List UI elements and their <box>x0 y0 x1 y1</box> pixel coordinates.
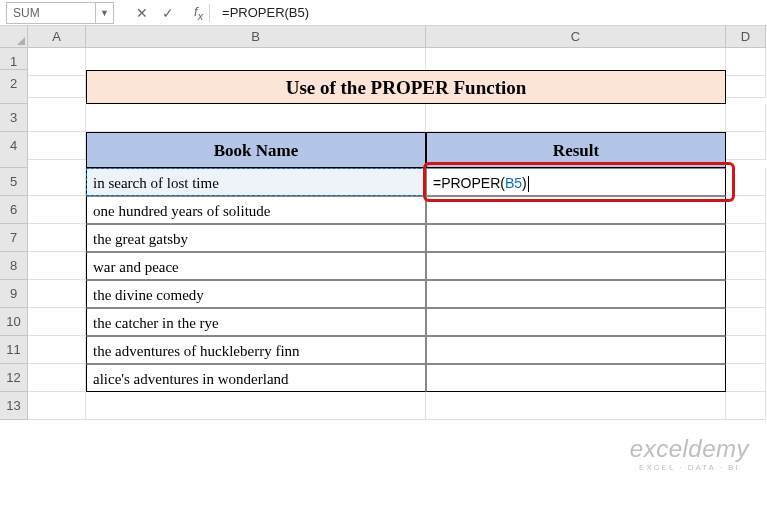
cell[interactable] <box>426 104 726 132</box>
col-header-C[interactable]: C <box>426 26 726 48</box>
cell[interactable] <box>28 308 86 336</box>
watermark: exceldemy EXCEL · DATA · BI <box>630 435 749 472</box>
row-header[interactable]: 5 <box>0 168 28 196</box>
select-all-corner[interactable] <box>0 26 28 48</box>
cell[interactable] <box>726 364 766 392</box>
cell[interactable] <box>726 132 766 160</box>
cell[interactable] <box>726 336 766 364</box>
row-header[interactable]: 1 <box>0 48 28 70</box>
row-header[interactable]: 7 <box>0 224 28 252</box>
cell[interactable] <box>426 196 726 224</box>
row-header[interactable]: 4 <box>0 132 28 168</box>
cell[interactable] <box>28 364 86 392</box>
cell[interactable] <box>28 280 86 308</box>
cell[interactable] <box>28 104 86 132</box>
cell-B5[interactable]: in search of lost time <box>86 168 426 196</box>
cell[interactable] <box>426 364 726 392</box>
cell[interactable] <box>426 280 726 308</box>
cell[interactable] <box>28 168 86 196</box>
cell[interactable] <box>86 392 426 420</box>
name-box-dropdown[interactable]: ▼ <box>96 2 114 24</box>
cell[interactable] <box>726 168 766 196</box>
column-headers-row: A B C D <box>0 26 767 48</box>
cell[interactable] <box>726 104 766 132</box>
row-header[interactable]: 12 <box>0 364 28 392</box>
cell[interactable] <box>28 70 86 98</box>
cell-B6[interactable]: one hundred years of solitude <box>86 196 426 224</box>
row-header[interactable]: 8 <box>0 252 28 280</box>
row-header[interactable]: 11 <box>0 336 28 364</box>
cell-B8[interactable]: war and peace <box>86 252 426 280</box>
cell[interactable] <box>726 196 766 224</box>
cell[interactable] <box>28 132 86 160</box>
row-header[interactable]: 2 <box>0 70 28 104</box>
cell[interactable] <box>426 392 726 420</box>
cell[interactable] <box>28 252 86 280</box>
cell[interactable] <box>426 308 726 336</box>
name-box[interactable]: SUM <box>6 2 96 24</box>
cell[interactable] <box>426 224 726 252</box>
cells-area[interactable]: Use of the PROPER Function Book Name Res… <box>28 48 767 420</box>
row-header[interactable]: 10 <box>0 308 28 336</box>
cell[interactable] <box>726 392 766 420</box>
col-header-D[interactable]: D <box>726 26 766 48</box>
cell[interactable] <box>426 336 726 364</box>
cell[interactable] <box>726 252 766 280</box>
cell[interactable] <box>28 224 86 252</box>
formula-input[interactable]: =PROPER(B5) <box>216 5 767 20</box>
formula-bar: SUM ▼ ✕ ✓ fx =PROPER(B5) <box>0 0 767 26</box>
cancel-icon[interactable]: ✕ <box>134 5 150 21</box>
cell[interactable] <box>28 336 86 364</box>
row-header[interactable]: 3 <box>0 104 28 132</box>
title-cell[interactable]: Use of the PROPER Function <box>86 70 726 104</box>
row-header[interactable]: 9 <box>0 280 28 308</box>
cell[interactable] <box>726 70 766 98</box>
cell-B12[interactable]: alice's adventures in wonderland <box>86 364 426 392</box>
row-headers: 1 2 3 4 5 6 7 8 9 10 11 12 13 <box>0 48 28 420</box>
cell-C5-editing[interactable]: =PROPER(B5) <box>426 168 726 196</box>
cell[interactable] <box>726 224 766 252</box>
header-book-name[interactable]: Book Name <box>86 132 426 168</box>
cell[interactable] <box>426 252 726 280</box>
formula-text: =PROPER(B5) <box>433 175 529 191</box>
header-result[interactable]: Result <box>426 132 726 168</box>
divider <box>209 4 210 22</box>
cell-B10[interactable]: the catcher in the rye <box>86 308 426 336</box>
col-header-B[interactable]: B <box>86 26 426 48</box>
fx-icon[interactable]: fx <box>194 4 203 22</box>
cell[interactable] <box>726 280 766 308</box>
cell-B9[interactable]: the divine comedy <box>86 280 426 308</box>
cell-B11[interactable]: the adventures of huckleberry finn <box>86 336 426 364</box>
col-header-A[interactable]: A <box>28 26 86 48</box>
cell[interactable] <box>28 196 86 224</box>
cell[interactable] <box>28 392 86 420</box>
cell[interactable] <box>726 308 766 336</box>
cell-B7[interactable]: the great gatsby <box>86 224 426 252</box>
cell[interactable] <box>86 104 426 132</box>
spreadsheet: A B C D 1 2 3 4 5 6 7 8 9 10 11 12 13 <box>0 26 767 420</box>
row-header[interactable]: 6 <box>0 196 28 224</box>
row-header[interactable]: 13 <box>0 392 28 420</box>
enter-icon[interactable]: ✓ <box>160 5 176 21</box>
